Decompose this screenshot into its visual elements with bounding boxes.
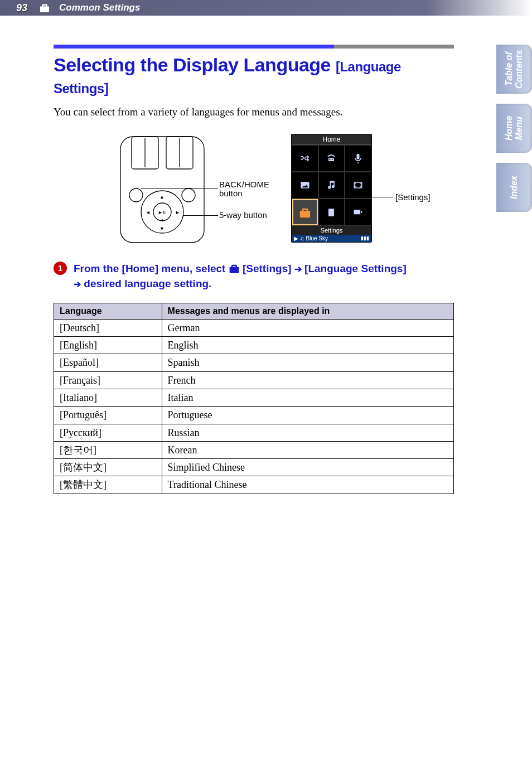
table-row: [Русский]Russian	[54, 424, 454, 441]
screen-nowplaying-bar: ▶ ♫ Blue Sky ▮▮▮	[292, 235, 371, 242]
lang-cell: [한국어]	[54, 441, 162, 458]
diagram: ▲ ▼ ◄ ► ►II BACK/HOME button 5-way butto…	[54, 134, 454, 245]
nowplaying-text: Blue Sky	[306, 235, 328, 241]
step-text: From the [Home] menu, select [Settings] …	[74, 261, 407, 292]
screen-cell-fm-icon	[318, 145, 345, 172]
desc-cell: Traditional Chinese	[162, 476, 453, 494]
lang-cell: [English]	[54, 337, 162, 354]
arrow-icon: ➔	[74, 278, 81, 291]
lang-cell: [繁體中文]	[54, 476, 162, 494]
svg-point-14	[162, 220, 163, 221]
language-table: Language Messages and menus are displaye…	[54, 303, 454, 494]
svg-text:◄: ◄	[146, 210, 151, 215]
desc-cell: French	[162, 371, 453, 389]
step-part-b: [Settings]	[240, 263, 294, 274]
screen-cell-shuffle-icon	[292, 145, 318, 172]
desc-cell: Korean	[162, 441, 453, 458]
table-row: [Deutsch]German	[54, 319, 454, 336]
step-part-d: desired language setting.	[81, 278, 211, 289]
table-row: [한국어]Korean	[54, 441, 454, 458]
table-row: [繁體中文]Traditional Chinese	[54, 476, 454, 494]
device-drawing: ▲ ▼ ◄ ► ►II	[118, 134, 207, 245]
svg-point-6	[182, 188, 195, 202]
music-note-icon: ♫	[300, 235, 304, 241]
connector-line	[372, 197, 393, 197]
lang-cell: [Português]	[54, 407, 162, 424]
svg-text:▼: ▼	[159, 226, 165, 231]
page-content: Selecting the Display Language [Language…	[0, 16, 532, 494]
lang-cell: [Français]	[54, 371, 162, 389]
page-title: Selecting the Display Language [Language…	[54, 54, 454, 98]
section-rule	[54, 45, 454, 49]
step-1: 1 From the [Home] menu, select [Settings…	[54, 261, 454, 292]
desc-cell: Italian	[162, 389, 453, 406]
table-row: [Español]Spanish	[54, 354, 454, 371]
settings-callout: [Settings]	[395, 192, 431, 202]
step-part-c: [Language Settings]	[302, 263, 407, 274]
table-header-language: Language	[54, 303, 162, 319]
arrow-icon: ➔	[294, 263, 302, 275]
connector-line	[141, 188, 218, 188]
desc-cell: Portuguese	[162, 407, 453, 424]
connector-line	[183, 215, 218, 216]
battery-icon: ▮▮▮	[361, 235, 369, 241]
title-main: Selecting the Display Language	[54, 54, 336, 75]
screen-cell-settings-icon	[292, 199, 318, 225]
table-row: [Português]Portuguese	[54, 407, 454, 424]
page-number: 93	[0, 2, 33, 14]
svg-text:►: ►	[175, 210, 180, 215]
fiveway-label: 5-way button	[219, 211, 267, 220]
desc-cell: German	[162, 319, 453, 336]
table-row: [简体中文]Simplified Chinese	[54, 459, 454, 476]
lang-cell: [Русский]	[54, 424, 162, 441]
screen-cell-music-icon	[318, 172, 345, 199]
desc-cell: English	[162, 337, 453, 354]
table-row: [English]English	[54, 337, 454, 354]
screen-cell-photo-icon	[292, 172, 318, 199]
desc-cell: Spanish	[162, 354, 453, 371]
screen-cell-mic-icon	[345, 145, 371, 172]
desc-cell: Simplified Chinese	[162, 459, 453, 476]
table-header-description: Messages and menus are displayed in	[162, 303, 453, 319]
play-icon: ▶	[294, 235, 298, 241]
lang-cell: [Español]	[54, 354, 162, 371]
side-tabs: Table of Contents Home Menu Index	[496, 45, 532, 212]
header-bar: 93 Common Settings	[0, 0, 532, 16]
toolbox-icon	[33, 3, 56, 12]
svg-point-5	[129, 188, 143, 202]
step-part-a: From the [Home] menu, select	[74, 263, 229, 274]
svg-text:►II: ►II	[158, 210, 166, 215]
table-row: [Italiano]Italian	[54, 389, 454, 406]
screen-home-title: Home	[292, 134, 371, 145]
lang-cell: [Deutsch]	[54, 319, 162, 336]
side-tab-index[interactable]: Index	[496, 163, 532, 212]
lang-cell: [Italiano]	[54, 389, 162, 406]
lead-paragraph: You can select from a variety of languag…	[54, 105, 454, 119]
side-tab-home-menu[interactable]: Home Menu	[496, 104, 532, 153]
device-screen: Home Settings ▶ ♫ Blue Sky ▮▮▮	[291, 134, 372, 243]
step-number-badge: 1	[54, 262, 67, 275]
desc-cell: Russian	[162, 424, 453, 441]
back-home-label: BACK/HOME button	[219, 180, 275, 199]
screen-cell-nowplaying-icon	[345, 199, 371, 225]
svg-text:▲: ▲	[159, 194, 165, 200]
screen-cell-playlist-icon	[318, 199, 345, 225]
side-tab-toc[interactable]: Table of Contents	[496, 45, 532, 94]
table-row: [Français]French	[54, 371, 454, 389]
screen-footer-label: Settings	[292, 226, 371, 235]
lang-cell: [简体中文]	[54, 459, 162, 476]
screen-cell-video-icon	[345, 172, 371, 199]
toolbox-icon	[229, 261, 240, 270]
header-section-title: Common Settings	[56, 2, 140, 13]
